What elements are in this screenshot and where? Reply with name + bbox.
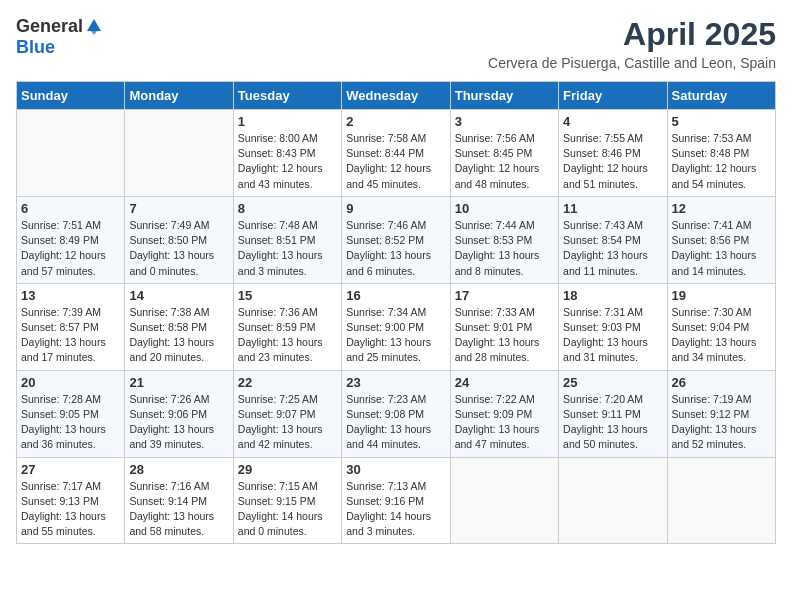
- calendar-cell: 30Sunrise: 7:13 AMSunset: 9:16 PMDayligh…: [342, 457, 450, 544]
- sun-info: Sunrise: 7:19 AMSunset: 9:12 PMDaylight:…: [672, 392, 771, 453]
- day-number: 29: [238, 462, 337, 477]
- calendar-cell: 16Sunrise: 7:34 AMSunset: 9:00 PMDayligh…: [342, 283, 450, 370]
- calendar-cell: 17Sunrise: 7:33 AMSunset: 9:01 PMDayligh…: [450, 283, 558, 370]
- calendar-cell: 10Sunrise: 7:44 AMSunset: 8:53 PMDayligh…: [450, 196, 558, 283]
- sun-info: Sunrise: 7:30 AMSunset: 9:04 PMDaylight:…: [672, 305, 771, 366]
- sun-info: Sunrise: 7:53 AMSunset: 8:48 PMDaylight:…: [672, 131, 771, 192]
- title-block: April 2025 Cervera de Pisuerga, Castille…: [488, 16, 776, 71]
- sun-info: Sunrise: 7:26 AMSunset: 9:06 PMDaylight:…: [129, 392, 228, 453]
- sun-info: Sunrise: 7:20 AMSunset: 9:11 PMDaylight:…: [563, 392, 662, 453]
- sun-info: Sunrise: 7:22 AMSunset: 9:09 PMDaylight:…: [455, 392, 554, 453]
- calendar-table: SundayMondayTuesdayWednesdayThursdayFrid…: [16, 81, 776, 544]
- day-number: 13: [21, 288, 120, 303]
- day-number: 24: [455, 375, 554, 390]
- calendar-cell: [17, 110, 125, 197]
- calendar-header-friday: Friday: [559, 82, 667, 110]
- calendar-week-row: 1Sunrise: 8:00 AMSunset: 8:43 PMDaylight…: [17, 110, 776, 197]
- sun-info: Sunrise: 7:34 AMSunset: 9:00 PMDaylight:…: [346, 305, 445, 366]
- calendar-week-row: 6Sunrise: 7:51 AMSunset: 8:49 PMDaylight…: [17, 196, 776, 283]
- calendar-week-row: 13Sunrise: 7:39 AMSunset: 8:57 PMDayligh…: [17, 283, 776, 370]
- day-number: 30: [346, 462, 445, 477]
- calendar-cell: 8Sunrise: 7:48 AMSunset: 8:51 PMDaylight…: [233, 196, 341, 283]
- calendar-cell: 19Sunrise: 7:30 AMSunset: 9:04 PMDayligh…: [667, 283, 775, 370]
- day-number: 19: [672, 288, 771, 303]
- sun-info: Sunrise: 7:33 AMSunset: 9:01 PMDaylight:…: [455, 305, 554, 366]
- sun-info: Sunrise: 7:25 AMSunset: 9:07 PMDaylight:…: [238, 392, 337, 453]
- calendar-cell: 24Sunrise: 7:22 AMSunset: 9:09 PMDayligh…: [450, 370, 558, 457]
- sun-info: Sunrise: 7:23 AMSunset: 9:08 PMDaylight:…: [346, 392, 445, 453]
- sun-info: Sunrise: 7:49 AMSunset: 8:50 PMDaylight:…: [129, 218, 228, 279]
- logo-icon: [85, 17, 103, 35]
- day-number: 2: [346, 114, 445, 129]
- day-number: 25: [563, 375, 662, 390]
- sun-info: Sunrise: 7:43 AMSunset: 8:54 PMDaylight:…: [563, 218, 662, 279]
- calendar-header-monday: Monday: [125, 82, 233, 110]
- calendar-cell: 23Sunrise: 7:23 AMSunset: 9:08 PMDayligh…: [342, 370, 450, 457]
- day-number: 5: [672, 114, 771, 129]
- day-number: 10: [455, 201, 554, 216]
- sun-info: Sunrise: 7:44 AMSunset: 8:53 PMDaylight:…: [455, 218, 554, 279]
- calendar-cell: 3Sunrise: 7:56 AMSunset: 8:45 PMDaylight…: [450, 110, 558, 197]
- day-number: 11: [563, 201, 662, 216]
- calendar-cell: 21Sunrise: 7:26 AMSunset: 9:06 PMDayligh…: [125, 370, 233, 457]
- sun-info: Sunrise: 7:28 AMSunset: 9:05 PMDaylight:…: [21, 392, 120, 453]
- day-number: 15: [238, 288, 337, 303]
- calendar-header-sunday: Sunday: [17, 82, 125, 110]
- day-number: 21: [129, 375, 228, 390]
- sun-info: Sunrise: 7:51 AMSunset: 8:49 PMDaylight:…: [21, 218, 120, 279]
- calendar-cell: 28Sunrise: 7:16 AMSunset: 9:14 PMDayligh…: [125, 457, 233, 544]
- sun-info: Sunrise: 7:31 AMSunset: 9:03 PMDaylight:…: [563, 305, 662, 366]
- calendar-cell: [667, 457, 775, 544]
- day-number: 18: [563, 288, 662, 303]
- calendar-cell: 29Sunrise: 7:15 AMSunset: 9:15 PMDayligh…: [233, 457, 341, 544]
- calendar-header-saturday: Saturday: [667, 82, 775, 110]
- calendar-cell: 26Sunrise: 7:19 AMSunset: 9:12 PMDayligh…: [667, 370, 775, 457]
- calendar-cell: 15Sunrise: 7:36 AMSunset: 8:59 PMDayligh…: [233, 283, 341, 370]
- calendar-cell: 6Sunrise: 7:51 AMSunset: 8:49 PMDaylight…: [17, 196, 125, 283]
- day-number: 1: [238, 114, 337, 129]
- calendar-week-row: 27Sunrise: 7:17 AMSunset: 9:13 PMDayligh…: [17, 457, 776, 544]
- calendar-cell: 2Sunrise: 7:58 AMSunset: 8:44 PMDaylight…: [342, 110, 450, 197]
- sun-info: Sunrise: 7:36 AMSunset: 8:59 PMDaylight:…: [238, 305, 337, 366]
- calendar-cell: 5Sunrise: 7:53 AMSunset: 8:48 PMDaylight…: [667, 110, 775, 197]
- calendar-cell: [450, 457, 558, 544]
- sun-info: Sunrise: 7:13 AMSunset: 9:16 PMDaylight:…: [346, 479, 445, 540]
- sun-info: Sunrise: 7:48 AMSunset: 8:51 PMDaylight:…: [238, 218, 337, 279]
- calendar-cell: 20Sunrise: 7:28 AMSunset: 9:05 PMDayligh…: [17, 370, 125, 457]
- day-number: 8: [238, 201, 337, 216]
- day-number: 23: [346, 375, 445, 390]
- calendar-week-row: 20Sunrise: 7:28 AMSunset: 9:05 PMDayligh…: [17, 370, 776, 457]
- day-number: 3: [455, 114, 554, 129]
- calendar-cell: 27Sunrise: 7:17 AMSunset: 9:13 PMDayligh…: [17, 457, 125, 544]
- sun-info: Sunrise: 7:38 AMSunset: 8:58 PMDaylight:…: [129, 305, 228, 366]
- sun-info: Sunrise: 7:58 AMSunset: 8:44 PMDaylight:…: [346, 131, 445, 192]
- calendar-cell: 22Sunrise: 7:25 AMSunset: 9:07 PMDayligh…: [233, 370, 341, 457]
- sun-info: Sunrise: 7:39 AMSunset: 8:57 PMDaylight:…: [21, 305, 120, 366]
- day-number: 9: [346, 201, 445, 216]
- page-header: General Blue April 2025 Cervera de Pisue…: [16, 16, 776, 71]
- calendar-header-wednesday: Wednesday: [342, 82, 450, 110]
- day-number: 27: [21, 462, 120, 477]
- calendar-cell: [125, 110, 233, 197]
- day-number: 16: [346, 288, 445, 303]
- calendar-cell: 4Sunrise: 7:55 AMSunset: 8:46 PMDaylight…: [559, 110, 667, 197]
- svg-marker-0: [87, 19, 101, 31]
- calendar-header-row: SundayMondayTuesdayWednesdayThursdayFrid…: [17, 82, 776, 110]
- day-number: 28: [129, 462, 228, 477]
- sun-info: Sunrise: 7:41 AMSunset: 8:56 PMDaylight:…: [672, 218, 771, 279]
- location-text: Cervera de Pisuerga, Castille and Leon, …: [488, 55, 776, 71]
- day-number: 20: [21, 375, 120, 390]
- day-number: 22: [238, 375, 337, 390]
- sun-info: Sunrise: 7:15 AMSunset: 9:15 PMDaylight:…: [238, 479, 337, 540]
- calendar-cell: 7Sunrise: 7:49 AMSunset: 8:50 PMDaylight…: [125, 196, 233, 283]
- calendar-cell: 11Sunrise: 7:43 AMSunset: 8:54 PMDayligh…: [559, 196, 667, 283]
- month-title: April 2025: [488, 16, 776, 53]
- calendar-header-thursday: Thursday: [450, 82, 558, 110]
- calendar-cell: 25Sunrise: 7:20 AMSunset: 9:11 PMDayligh…: [559, 370, 667, 457]
- sun-info: Sunrise: 7:55 AMSunset: 8:46 PMDaylight:…: [563, 131, 662, 192]
- day-number: 6: [21, 201, 120, 216]
- calendar-cell: 12Sunrise: 7:41 AMSunset: 8:56 PMDayligh…: [667, 196, 775, 283]
- logo-general-text: General: [16, 16, 83, 37]
- calendar-cell: 18Sunrise: 7:31 AMSunset: 9:03 PMDayligh…: [559, 283, 667, 370]
- day-number: 17: [455, 288, 554, 303]
